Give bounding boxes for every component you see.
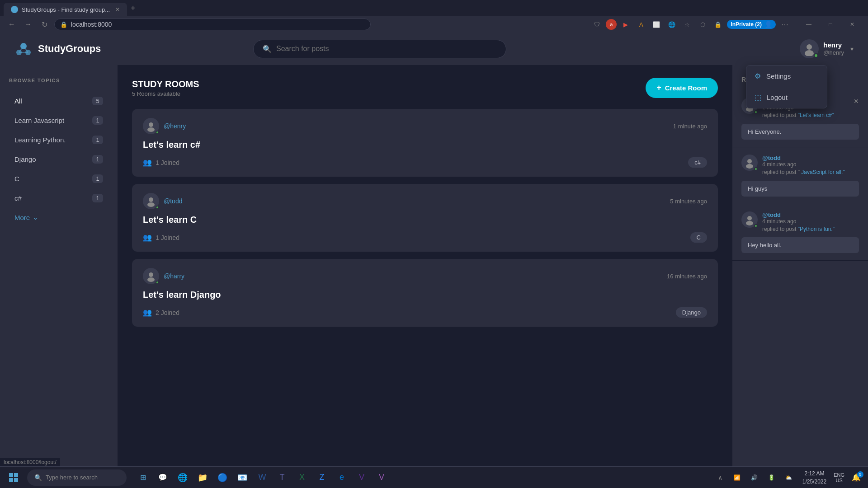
- minimize-button[interactable]: —: [798, 16, 819, 33]
- taskbar-lang-text: ENG: [834, 472, 844, 478]
- activity-3-header: @todd 4 minutes ago replied to post "Pyt…: [741, 211, 859, 233]
- maximize-button[interactable]: □: [820, 16, 841, 33]
- activity-1-desc: replied to post "Let's learn c#": [762, 112, 834, 119]
- extension-icon-2[interactable]: a: [606, 19, 617, 30]
- taskbar-zoom-icon[interactable]: Z: [313, 469, 331, 487]
- address-bar[interactable]: 🔒 localhost:8000: [54, 19, 371, 30]
- content-header: STUDY ROOMS 5 Rooms available + Create R…: [132, 78, 718, 98]
- taskbar-battery-icon[interactable]: 🔋: [764, 469, 780, 487]
- activity-3-link[interactable]: "Python is fun.": [798, 226, 835, 232]
- more-options-button[interactable]: ⋯: [778, 18, 791, 31]
- activity-1-close-button[interactable]: ✕: [854, 98, 859, 105]
- room-1-footer: 👥 1 Joined c#: [143, 157, 707, 168]
- extension-icon-5[interactable]: ⬜: [650, 18, 663, 31]
- activity-2-meta: @todd 4 minutes ago replied to post " Ja…: [762, 155, 845, 176]
- topic-item-learn-javascript[interactable]: Learn Javascript 1: [9, 112, 108, 129]
- more-topics-link[interactable]: More ⌄: [9, 209, 108, 226]
- user-area[interactable]: henry @henry ▾: [800, 39, 854, 58]
- room-1-joined: 👥 1 Joined: [143, 158, 179, 167]
- topic-item-django[interactable]: Django 1: [9, 150, 108, 168]
- activity-3-username: @todd: [762, 211, 835, 218]
- room-2-username: @todd: [164, 197, 182, 205]
- room-card-3[interactable]: @harry 16 minutes ago Let's learn Django…: [132, 259, 718, 327]
- svg-point-7: [805, 50, 814, 56]
- svg-point-12: [149, 272, 153, 277]
- taskbar-volume-icon[interactable]: 🔊: [746, 469, 763, 487]
- active-tab[interactable]: StudyGroups - Find study group... ✕: [4, 3, 127, 16]
- extension-icon-1[interactable]: 🛡: [590, 18, 603, 31]
- room-3-avatar: [143, 268, 159, 284]
- activity-1-link[interactable]: "Let's learn c#": [798, 112, 834, 118]
- search-bar[interactable]: 🔍: [253, 40, 506, 58]
- taskbar-up-arrow[interactable]: ∧: [712, 469, 728, 487]
- joined-icon-1: 👥: [143, 158, 152, 167]
- sidebar-title: BROWSE TOPICS: [9, 78, 108, 83]
- section-info: STUDY ROOMS 5 Rooms available: [132, 79, 199, 97]
- start-button[interactable]: [4, 469, 24, 487]
- taskbar-search-bar[interactable]: 🔍 Type here to search: [27, 469, 127, 486]
- search-input[interactable]: [276, 45, 497, 53]
- extension-icon-8[interactable]: ⬡: [696, 18, 709, 31]
- taskbar-edge-icon[interactable]: e: [333, 469, 351, 487]
- room-1-username: @henry: [164, 122, 186, 130]
- taskbar-region-text: US: [835, 478, 842, 483]
- taskbar-vs2-icon[interactable]: V: [373, 469, 391, 487]
- new-tab-button[interactable]: +: [127, 2, 139, 15]
- window-controls: — □ ✕: [798, 16, 863, 33]
- extension-icon-4[interactable]: A: [635, 18, 647, 31]
- room-3-joined: 👥 2 Joined: [143, 308, 179, 317]
- create-room-button[interactable]: + Create Room: [646, 78, 718, 98]
- room-3-topic: Django: [676, 307, 707, 318]
- taskbar-word-icon[interactable]: W: [253, 469, 271, 487]
- room-1-joined-count: 1 Joined: [156, 159, 179, 166]
- activity-2-avatar: [741, 155, 758, 171]
- taskbar-notification-button[interactable]: 🔔 5: [848, 469, 864, 487]
- extension-icon-3[interactable]: ▶: [619, 18, 632, 31]
- activity-2-username: @todd: [762, 155, 845, 161]
- room-card-2[interactable]: @todd 5 minutes ago Let's learn C 👥 1 Jo…: [132, 184, 718, 252]
- svg-point-18: [747, 216, 752, 221]
- room-2-topic: C: [690, 232, 707, 243]
- tab-close-button[interactable]: ✕: [115, 6, 120, 13]
- taskbar-chrome-icon[interactable]: 🔵: [213, 469, 231, 487]
- taskbar-view-button[interactable]: ⊞: [134, 469, 152, 487]
- forward-button[interactable]: →: [22, 18, 34, 31]
- taskbar-chat-button[interactable]: 💬: [154, 469, 172, 487]
- close-button[interactable]: ✕: [842, 16, 863, 33]
- room-card-1[interactable]: @henry 1 minute ago Let's learn c# 👥 1 J…: [132, 109, 718, 177]
- back-button[interactable]: ←: [5, 18, 18, 31]
- topic-item-all[interactable]: All 5: [9, 92, 108, 110]
- activity-2-link[interactable]: JavaScript for all.": [801, 169, 844, 175]
- taskbar-explorer-icon[interactable]: 📁: [193, 469, 212, 487]
- room-2-avatar: [143, 193, 159, 209]
- taskbar-time[interactable]: 2:12 AM 1/25/2022: [799, 469, 830, 486]
- inprivate-badge[interactable]: InPrivate (2) 👤: [727, 20, 776, 29]
- extension-icon-9[interactable]: 🔒: [712, 18, 724, 31]
- taskbar-browser-icon[interactable]: 🌐: [174, 469, 192, 487]
- topic-item-csharp[interactable]: c# 1: [9, 189, 108, 207]
- room-1-avatar: [143, 118, 159, 134]
- create-room-label: Create Room: [665, 84, 707, 92]
- activity-3-user: @todd 4 minutes ago replied to post "Pyt…: [741, 211, 835, 233]
- taskbar-excel-icon[interactable]: X: [293, 469, 311, 487]
- settings-label: Settings: [766, 72, 791, 80]
- activity-3-message: Hey hello all.: [741, 237, 859, 253]
- taskbar-search-text: Type here to search: [46, 474, 98, 481]
- taskbar-network-icon[interactable]: 📶: [729, 469, 745, 487]
- settings-menu-item[interactable]: ⚙ Settings: [746, 66, 827, 87]
- topic-count-learning-python: 1: [92, 136, 103, 144]
- taskbar-teams-icon[interactable]: T: [273, 469, 291, 487]
- taskbar-weather-icon[interactable]: ⛅: [781, 469, 797, 487]
- topic-item-c[interactable]: C 1: [9, 170, 108, 188]
- activity-3-dot: [754, 224, 758, 228]
- extension-icon-7[interactable]: ☆: [681, 18, 693, 31]
- svg-point-11: [147, 202, 155, 207]
- room-2-time: 5 minutes ago: [670, 198, 707, 205]
- taskbar-vs-icon[interactable]: V: [353, 469, 371, 487]
- topic-item-learning-python[interactable]: Learning Python. 1: [9, 131, 108, 149]
- logout-menu-item[interactable]: ⬚ Logout: [746, 87, 827, 108]
- taskbar-outlook-icon[interactable]: 📧: [233, 469, 251, 487]
- extension-icon-6[interactable]: 🌐: [665, 18, 678, 31]
- lock-icon: 🔒: [60, 21, 67, 28]
- refresh-button[interactable]: ↻: [38, 18, 51, 31]
